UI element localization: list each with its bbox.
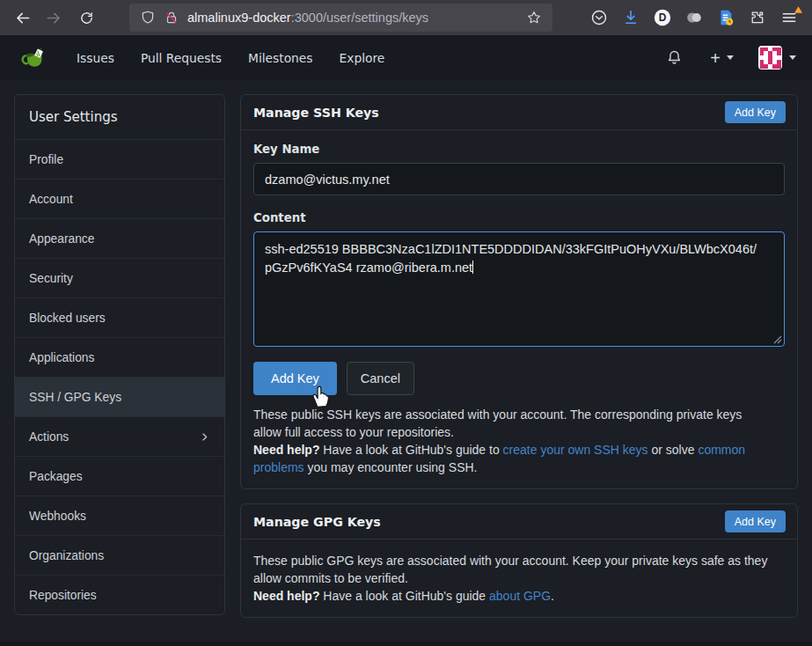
sidebar-item-packages[interactable]: Packages [15,456,224,496]
resize-handle-icon[interactable] [773,335,782,344]
cancel-button[interactable]: Cancel [347,362,414,395]
sidebar-item-account[interactable]: Account [15,179,224,218]
plus-icon: + [710,49,721,67]
sidebar-item-profile[interactable]: Profile [15,139,224,179]
mouse-cursor-pointer [311,385,331,409]
sidebar-item-applications[interactable]: Applications [15,337,224,377]
content-textarea[interactable]: ssh-ed25519 BBBBC3NzaC1lZDI1NTE5DDDDIDAN… [253,231,785,347]
chevron-right-icon [199,431,210,443]
gpg-help-text: These public GPG keys are associated wit… [253,552,785,605]
browser-toolbar: almalinux9-docker:3000/user/settings/key… [0,0,812,35]
ssh-help-text: These public SSH keys are associated wit… [253,406,785,476]
key-name-input[interactable] [253,163,785,195]
gpg-keys-panel: Manage GPG Keys Add Key These public GPG… [240,503,798,618]
puzzle-extensions-icon[interactable] [742,0,773,35]
extension-icon-gray[interactable] [678,0,710,35]
update-badge-icon [794,6,802,13]
menu-hamburger-icon[interactable] [773,0,805,35]
key-name-label: Key Name [253,143,785,156]
gpg-add-key-header-button[interactable]: Add Key [725,510,786,532]
about-gpg-link[interactable]: about GPG [489,589,551,603]
avatar-chevron-down-icon[interactable] [789,55,796,60]
browser-refresh-button[interactable] [76,7,97,28]
bookmark-star-icon[interactable] [526,10,542,26]
ssh-guide-link[interactable]: create your own SSH keys [503,443,648,457]
shield-icon [140,10,156,26]
sidebar-item-ssh-gpg-keys[interactable]: SSH / GPG Keys [15,377,224,416]
nav-link-pull-requests[interactable]: Pull Requests [141,51,222,65]
nav-link-issues[interactable]: Issues [77,51,114,65]
sidebar-item-actions[interactable]: Actions [15,416,224,456]
url-bar[interactable]: almalinux9-docker:3000/user/settings/key… [129,4,552,32]
content-label: Content [253,211,785,224]
settings-sidebar: User Settings Profile Account Appearance… [14,94,225,615]
text-caret [472,261,473,274]
ssh-panel-title: Manage SSH Keys [253,106,379,120]
notifications-bell-icon[interactable] [665,48,684,67]
sidebar-item-security[interactable]: Security [15,258,224,297]
gitea-logo[interactable] [21,45,48,71]
pocket-extension-icon[interactable] [583,0,615,35]
sidebar-item-webhooks[interactable]: Webhooks [15,496,224,535]
sidebar-item-appearance[interactable]: Appearance [15,218,224,258]
page-footer [0,642,812,646]
user-avatar[interactable] [758,46,782,70]
nav-link-explore[interactable]: Explore [340,51,385,65]
back-icon [17,13,28,22]
chevron-down-icon [727,55,734,60]
sidebar-item-organizations[interactable]: Organizations [15,535,224,575]
url-text: almalinux9-docker:3000/user/settings/key… [187,11,428,25]
ssh-keys-panel: Manage SSH Keys Add Key Key Name Content… [240,94,798,489]
sidebar-item-blocked-users[interactable]: Blocked users [15,297,224,337]
ssh-add-key-header-button[interactable]: Add Key [725,101,786,123]
gitea-navbar: Issues Pull Requests Milestones Explore … [0,35,812,80]
document-extension-icon[interactable] [710,0,742,35]
svg-text:D: D [659,11,667,24]
duckduckgo-extension-icon[interactable]: D [647,0,678,35]
forward-icon [48,13,59,22]
browser-back-button[interactable] [11,7,33,28]
browser-forward-button[interactable] [43,7,64,28]
nav-link-milestones[interactable]: Milestones [248,51,313,65]
insecure-lock-icon [164,10,179,26]
create-new-button[interactable]: + [710,49,734,67]
downloads-icon[interactable] [615,0,647,35]
gpg-panel-title: Manage GPG Keys [253,515,381,529]
sidebar-item-repositories[interactable]: Repositories [15,575,224,614]
sidebar-title: User Settings [15,95,224,139]
